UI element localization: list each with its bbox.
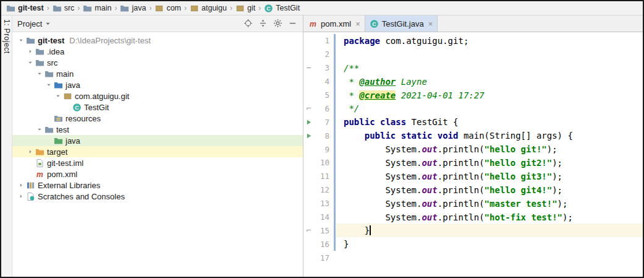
code-token: static bbox=[401, 131, 433, 141]
tab-pom-xml[interactable]: mpom.xml× bbox=[304, 15, 365, 32]
code-token: out bbox=[422, 185, 437, 195]
chevron-down-icon[interactable] bbox=[35, 125, 44, 134]
code-line-16[interactable]: 16} bbox=[303, 237, 643, 251]
fold-end-icon[interactable]: ⌐ bbox=[303, 227, 314, 235]
breadcrumb-item-git-test[interactable]: git-test bbox=[5, 4, 45, 13]
breadcrumb-separator-icon: › bbox=[45, 4, 51, 12]
code-text: * @create 2021-04-01 17:27 bbox=[336, 89, 643, 102]
code-line-3[interactable]: −3/** bbox=[303, 61, 643, 75]
editor: mpom.xml×CTestGit.java× 1package com.atg… bbox=[303, 15, 643, 277]
folder-icon bbox=[83, 4, 92, 13]
hide-icon[interactable] bbox=[288, 19, 298, 28]
svg-text:m: m bbox=[310, 19, 316, 28]
code-line-17[interactable]: 17 bbox=[303, 251, 643, 264]
tree-item-git-test[interactable]: git-testD:\IdeaProjects\git-test bbox=[12, 35, 303, 46]
code-text: System.out.println("master test!"); bbox=[336, 197, 643, 211]
run-icon[interactable] bbox=[303, 119, 314, 126]
tree-item-scratches-and-consoles[interactable]: Scratches and Consoles bbox=[12, 191, 303, 202]
breadcrumb-separator-icon: › bbox=[228, 4, 234, 12]
chevron-right-icon[interactable] bbox=[25, 47, 35, 56]
code-line-10[interactable]: 10 System.out.println("hello git2!"); bbox=[303, 156, 643, 170]
run-icon[interactable] bbox=[303, 132, 314, 139]
tab-testgit-java[interactable]: CTestGit.java× bbox=[365, 15, 438, 32]
tree-item-java[interactable]: java bbox=[12, 79, 303, 90]
chevron-down-icon[interactable] bbox=[53, 92, 62, 100]
chevron-spacer bbox=[44, 114, 53, 123]
code-line-2[interactable]: 2 bbox=[303, 48, 643, 61]
line-number: 7 bbox=[314, 118, 329, 127]
breadcrumb-item-atguigu[interactable]: atguigu bbox=[189, 4, 228, 13]
tree-item-idea[interactable]: .idea bbox=[12, 46, 303, 57]
code-text: /** bbox=[336, 61, 643, 75]
chevron-spacer bbox=[25, 159, 35, 167]
code-token: .println( bbox=[438, 199, 485, 209]
project-tool-window-button[interactable]: 1: Project bbox=[2, 19, 11, 54]
tree-item-external-libraries[interactable]: External Libraries bbox=[12, 180, 303, 191]
chevron-right-icon[interactable] bbox=[16, 192, 25, 201]
file-iml-icon bbox=[35, 159, 44, 168]
code-line-9[interactable]: 9 System.out.println("hello git!"); bbox=[303, 142, 643, 156]
fold-end-icon[interactable]: ⌐ bbox=[303, 105, 314, 113]
code-line-4[interactable]: 4 * @author Layne bbox=[303, 75, 643, 89]
code-line-15[interactable]: ⌐15 } bbox=[303, 224, 643, 237]
code-token: .println( bbox=[438, 144, 485, 154]
folder-icon bbox=[6, 4, 15, 13]
chevron-down-icon[interactable] bbox=[35, 69, 44, 78]
code-line-5[interactable]: 5 * @create 2021-04-01 17:27 bbox=[303, 89, 643, 102]
breadcrumb-item-java[interactable]: java bbox=[119, 4, 147, 13]
code-line-7[interactable]: 7public class TestGit { bbox=[303, 115, 643, 129]
fold-start-icon[interactable]: − bbox=[303, 64, 314, 72]
code-token: out bbox=[422, 144, 437, 154]
line-number: 12 bbox=[314, 185, 329, 194]
code-text bbox=[336, 251, 643, 264]
tree-item-git-test-iml[interactable]: git-test.iml bbox=[12, 157, 303, 168]
tree-item-target[interactable]: target bbox=[12, 146, 303, 157]
code-token: ); bbox=[547, 144, 557, 154]
breadcrumb-item-testgit[interactable]: CTestGit bbox=[263, 4, 301, 13]
tab-close-icon[interactable]: × bbox=[355, 20, 360, 28]
gear-icon[interactable] bbox=[273, 19, 283, 28]
folder-icon bbox=[44, 125, 54, 134]
tree-item-testgit[interactable]: CTestGit bbox=[12, 102, 303, 113]
code-area[interactable]: 1package com.atguigu.git;2−3/**4 * @auth… bbox=[303, 32, 643, 277]
panel-toolbar bbox=[244, 19, 298, 28]
chevron-right-icon[interactable] bbox=[25, 147, 35, 156]
text-caret bbox=[370, 225, 371, 235]
breadcrumb-item-src[interactable]: src bbox=[51, 4, 76, 13]
code-token: @author bbox=[359, 77, 396, 87]
maven-icon: m bbox=[35, 170, 44, 179]
tree-item-src[interactable]: src bbox=[12, 57, 303, 68]
collapse-all-icon[interactable] bbox=[258, 19, 268, 28]
project-view-selector[interactable]: Project bbox=[17, 19, 51, 28]
chevron-down-icon[interactable] bbox=[25, 58, 35, 67]
package-icon bbox=[190, 4, 199, 13]
tree-item-resources[interactable]: resources bbox=[12, 113, 303, 124]
tab-close-icon[interactable]: × bbox=[428, 20, 433, 28]
breadcrumb-item-main[interactable]: main bbox=[82, 4, 112, 13]
code-line-1[interactable]: 1package com.atguigu.git; bbox=[303, 34, 643, 48]
ide-window: git-test›src›main›java›com›atguigu›git›C… bbox=[0, 0, 644, 278]
folder-src-icon bbox=[54, 80, 63, 90]
tree-item-java[interactable]: java bbox=[12, 135, 303, 146]
tree-item-test[interactable]: test bbox=[12, 124, 303, 135]
code-line-11[interactable]: 11 System.out.println("hello git3!"); bbox=[303, 170, 643, 183]
chevron-right-icon[interactable] bbox=[16, 181, 25, 189]
code-line-14[interactable]: 14 System.out.println("hot-fix test!"); bbox=[303, 211, 643, 224]
code-line-6[interactable]: ⌐6 */ bbox=[303, 102, 643, 115]
code-line-8[interactable]: 8 public static void main(String[] args)… bbox=[303, 129, 643, 142]
tree-item-com-atguigu-git[interactable]: com.atguigu.git bbox=[12, 90, 303, 102]
tree-item-pom-xml[interactable]: mpom.xml bbox=[12, 168, 303, 180]
code-text: System.out.println("hello git!"); bbox=[336, 142, 643, 156]
breadcrumb-item-com[interactable]: com bbox=[153, 4, 182, 13]
code-token: ); bbox=[552, 172, 562, 181]
code-line-12[interactable]: 12 System.out.println("hello git4!"); bbox=[303, 183, 643, 197]
code-token: /** bbox=[344, 63, 359, 73]
tree-item-main[interactable]: main bbox=[12, 68, 303, 79]
locate-icon[interactable] bbox=[244, 19, 253, 28]
tree-item-label: resources bbox=[66, 114, 101, 123]
chevron-down-icon[interactable] bbox=[44, 80, 53, 89]
chevron-down-icon[interactable] bbox=[16, 36, 25, 45]
code-token: } bbox=[344, 225, 370, 235]
code-line-13[interactable]: 13 System.out.println("master test!"); bbox=[303, 197, 643, 211]
breadcrumb-item-git[interactable]: git bbox=[234, 4, 256, 13]
